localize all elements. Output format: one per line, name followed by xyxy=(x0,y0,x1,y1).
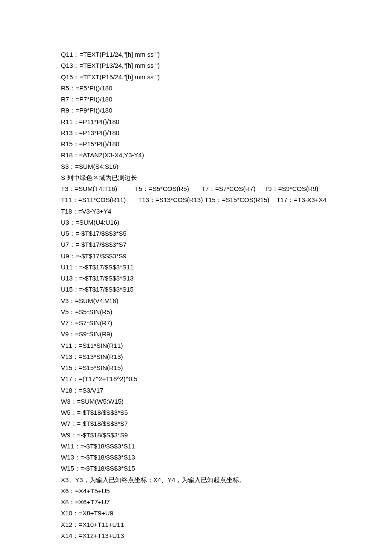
text-line: X3、Y3，为输入已知终点坐标；X4、Y4，为输入已知起点坐标。 xyxy=(61,474,392,486)
text-line: X14：=X12+T13+U13 xyxy=(61,530,392,541)
text-line: U15：=-$T$17/$S$3*S15 xyxy=(61,284,392,295)
document-body: Q11：=TEXT(P11/24,"[h] mm ss ")Q13：=TEXT(… xyxy=(61,49,392,541)
text-line: R9：=P9*PI()/180 xyxy=(61,105,392,116)
text-line: S 列中绿色区域为已测边长 xyxy=(61,172,392,183)
text-line: Q13：=TEXT(P13/24,"[h] mm ss ") xyxy=(61,60,392,71)
text-line: S3：=SUM(S4:S16) xyxy=(61,161,392,172)
text-line: U11：=-$T$17/$S$3*S11 xyxy=(61,262,392,273)
text-line: U7：=-$T$17/$S$3*S7 xyxy=(61,239,392,250)
text-line: U9：=-$T$17/$S$3*S9 xyxy=(61,251,392,262)
text-line: X6：=X4+T5+U5 xyxy=(61,486,392,497)
text-line: V15：=S15*SIN(R15) xyxy=(61,362,392,373)
text-line: V9：=S9*SIN(R9) xyxy=(61,329,392,340)
text-line: V11：=S11*SIN(R11) xyxy=(61,340,392,351)
text-line: T11：=S11*COS(R11) T13：=S13*COS(R13) T15：… xyxy=(61,194,392,205)
text-line: W15：=-$T$18/$S$3*S15 xyxy=(61,463,392,474)
text-line: R5：=P5*PI()/180 xyxy=(61,83,392,94)
text-line: X12：=X10+T11+U11 xyxy=(61,519,392,530)
text-line: R11：=P11*PI()/180 xyxy=(61,116,392,127)
text-line: X10：=X8+T9+U9 xyxy=(61,508,392,519)
text-line: V13：=S13*SIN(R13) xyxy=(61,351,392,362)
text-line: W7：=-$T$18/$S$3*S7 xyxy=(61,418,392,429)
text-line: Q15：=TEXT(P15/24,"[h] mm ss ") xyxy=(61,72,392,83)
text-line: U13：=-$T$17/$S$3*S13 xyxy=(61,273,392,284)
text-line: X8：=X6+T7+U7 xyxy=(61,497,392,508)
text-line: W13：=-$T$18/$S$3*S13 xyxy=(61,452,392,463)
text-line: V17：=(T17^2+T18^2)^0.5 xyxy=(61,373,392,384)
text-line: T18：=V3-Y3+Y4 xyxy=(61,206,392,217)
text-line: V18：=S3/V17 xyxy=(61,385,392,396)
text-line: V3：=SUM(V4:V16) xyxy=(61,295,392,306)
text-line: R7：=P7*PI()/180 xyxy=(61,94,392,105)
text-line: V7：=S7*SIN(R7) xyxy=(61,318,392,329)
text-line: W9：=-$T$18/$S$3*S9 xyxy=(61,430,392,441)
text-line: W5：=-$T$18/$S$3*S5 xyxy=(61,407,392,418)
text-line: R15：=P15*PI()/180 xyxy=(61,139,392,150)
text-line: W3：=SUM(W5:W15) xyxy=(61,396,392,407)
text-line: Q11：=TEXT(P11/24,"[h] mm ss ") xyxy=(61,49,392,60)
text-line: U5：=-$T$17/$S$3*S5 xyxy=(61,228,392,239)
text-line: R18：=ATAN2(X3-X4,Y3-Y4) xyxy=(61,150,392,161)
text-line: U3：=SUM(U4:U16) xyxy=(61,217,392,228)
text-line: R13：=P13*PI()/180 xyxy=(61,127,392,139)
text-line: V5：=S5*SIN(R5) xyxy=(61,306,392,318)
text-line: W11：=-$T$18/$S$3*S11 xyxy=(61,441,392,452)
text-line: T3：=SUM(T4:T16) T5：=S5*COS(R5) T7：=S7*CO… xyxy=(61,183,392,194)
